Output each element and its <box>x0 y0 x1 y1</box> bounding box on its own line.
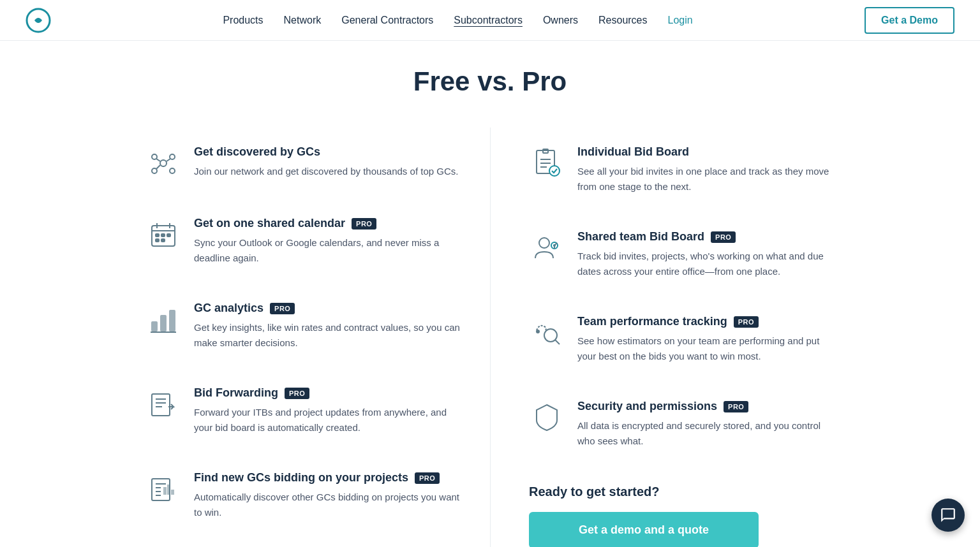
feature-gc-analytics: GC analytics PRO Get key insights, like … <box>145 284 490 368</box>
feature-security-content: Security and permissions PRO All data is… <box>577 400 835 449</box>
pro-badge-find-gcs: PRO <box>415 472 440 484</box>
pro-badge-calendar: PRO <box>352 218 376 230</box>
features-grid: Get discovered by GCs Join our network a… <box>145 128 835 547</box>
feature-get-discovered-content: Get discovered by GCs Join our network a… <box>194 145 464 179</box>
analytics-icon <box>145 302 181 337</box>
feature-shared-calendar-title: Get on one shared calendar <box>194 217 345 230</box>
page-title: Free vs. Pro <box>145 66 835 97</box>
feature-individual-bid-board-desc: See all your bid invites in one place an… <box>577 164 835 194</box>
feature-individual-bid-board: Individual Bid Board See all your bid in… <box>491 128 835 212</box>
svg-point-40 <box>549 166 560 176</box>
feature-team-performance: Team performance tracking PRO See how es… <box>491 297 835 382</box>
svg-rect-17 <box>156 239 159 242</box>
feature-find-gcs: Find new GCs bidding on your projects PR… <box>145 453 490 538</box>
svg-line-47 <box>555 340 560 344</box>
logo[interactable] <box>26 8 51 33</box>
svg-rect-20 <box>161 316 166 331</box>
pro-badge-security: PRO <box>724 401 748 412</box>
feature-find-gcs-desc: Automatically discover other GCs bidding… <box>194 490 464 520</box>
svg-rect-15 <box>161 234 165 237</box>
feature-bid-forwarding-content: Bid Forwarding PRO Forward your ITBs and… <box>194 386 464 435</box>
feature-shared-team-bid-board: Shared team Bid Board PRO Track bid invi… <box>491 212 835 297</box>
feature-team-performance-title: Team performance tracking <box>577 315 727 328</box>
feature-shared-calendar-desc: Sync your Outlook or Google calendars, a… <box>194 235 464 266</box>
svg-rect-18 <box>161 239 165 242</box>
svg-rect-23 <box>152 394 170 416</box>
get-demo-quote-button[interactable]: Get a demo and a quote <box>529 512 759 547</box>
feature-get-discovered-desc: Join our network and get discovered by t… <box>194 164 464 179</box>
nav-owners[interactable]: Owners <box>543 15 578 26</box>
chat-bubble[interactable] <box>932 499 965 532</box>
svg-point-2 <box>160 160 167 166</box>
svg-point-4 <box>170 154 175 159</box>
feature-shared-calendar: Get on one shared calendar PRO Sync your… <box>145 199 490 284</box>
feature-get-discovered-title: Get discovered by GCs <box>194 145 320 159</box>
feature-bid-forwarding-title: Bid Forwarding <box>194 386 278 400</box>
svg-rect-16 <box>167 234 170 237</box>
feature-find-gcs-title: Find new GCs bidding on your projects <box>194 471 408 485</box>
nav-links: Products Network General Contractors Sub… <box>223 15 692 26</box>
svg-point-41 <box>539 238 549 248</box>
performance-icon <box>529 315 565 351</box>
security-icon <box>529 400 565 435</box>
features-left: Get discovered by GCs Join our network a… <box>145 128 490 547</box>
feature-shared-team-bid-board-title: Shared team Bid Board <box>577 230 704 244</box>
feature-individual-bid-board-content: Individual Bid Board See all your bid in… <box>577 145 835 194</box>
svg-point-3 <box>152 154 157 159</box>
bid-board-icon <box>529 145 565 181</box>
svg-rect-34 <box>172 490 174 494</box>
feature-individual-bid-board-title: Individual Bid Board <box>577 145 689 159</box>
svg-point-48 <box>537 330 539 333</box>
svg-point-6 <box>170 168 175 173</box>
find-gcs-icon <box>145 471 181 507</box>
feature-gc-analytics-title: GC analytics <box>194 302 264 315</box>
svg-point-1 <box>36 18 40 22</box>
svg-rect-32 <box>164 488 166 494</box>
pro-badge-analytics: PRO <box>270 303 295 314</box>
nav-general-contractors[interactable]: General Contractors <box>341 15 433 26</box>
svg-rect-27 <box>152 479 170 500</box>
network-icon <box>145 145 181 181</box>
svg-rect-33 <box>168 485 170 494</box>
feature-team-performance-desc: See how estimators on your team are perf… <box>577 333 835 364</box>
calendar-icon <box>145 217 181 252</box>
svg-line-8 <box>167 159 170 161</box>
pro-badge-performance: PRO <box>734 316 759 328</box>
feature-shared-team-bid-board-desc: Track bid invites, projects, who's worki… <box>577 249 835 279</box>
nav-login[interactable]: Login <box>668 15 693 26</box>
svg-rect-19 <box>152 322 157 331</box>
feature-get-discovered: Get discovered by GCs Join our network a… <box>145 128 490 199</box>
svg-line-9 <box>156 165 160 169</box>
svg-point-5 <box>152 168 157 173</box>
feature-shared-calendar-content: Get on one shared calendar PRO Sync your… <box>194 217 464 266</box>
feature-security-desc: All data is encrypted and securely store… <box>577 418 835 449</box>
pro-badge-bid-forwarding: PRO <box>285 388 309 399</box>
cta-title: Ready to get started? <box>529 485 835 499</box>
feature-bid-forwarding: Bid Forwarding PRO Forward your ITBs and… <box>145 368 490 453</box>
feature-team-performance-content: Team performance tracking PRO See how es… <box>577 315 835 364</box>
nav-products[interactable]: Products <box>223 15 263 26</box>
feature-shared-team-bid-board-content: Shared team Bid Board PRO Track bid invi… <box>577 230 835 279</box>
feature-gc-analytics-content: GC analytics PRO Get key insights, like … <box>194 302 464 351</box>
bid-forward-icon <box>145 386 181 422</box>
feature-find-gcs-content: Find new GCs bidding on your projects PR… <box>194 471 464 520</box>
feature-bid-forwarding-desc: Forward your ITBs and project updates fr… <box>194 405 464 435</box>
svg-line-7 <box>156 159 160 161</box>
get-demo-button[interactable]: Get a Demo <box>865 7 954 34</box>
pro-badge-team-bid: PRO <box>711 231 736 243</box>
nav-subcontractors[interactable]: Subcontractors <box>454 15 523 26</box>
team-bid-icon <box>529 230 565 266</box>
svg-rect-14 <box>156 234 159 237</box>
cta-section: Ready to get started? Get a demo and a q… <box>491 467 835 547</box>
svg-rect-21 <box>170 310 175 331</box>
feature-gc-analytics-desc: Get key insights, like win rates and con… <box>194 320 464 351</box>
feature-security-title: Security and permissions <box>577 400 717 413</box>
features-right: Individual Bid Board See all your bid in… <box>490 128 835 547</box>
main-nav: Products Network General Contractors Sub… <box>0 0 980 41</box>
main-content: Free vs. Pro <box>107 41 873 547</box>
nav-network[interactable]: Network <box>284 15 322 26</box>
feature-security: Security and permissions PRO All data is… <box>491 382 835 467</box>
nav-resources[interactable]: Resources <box>598 15 647 26</box>
